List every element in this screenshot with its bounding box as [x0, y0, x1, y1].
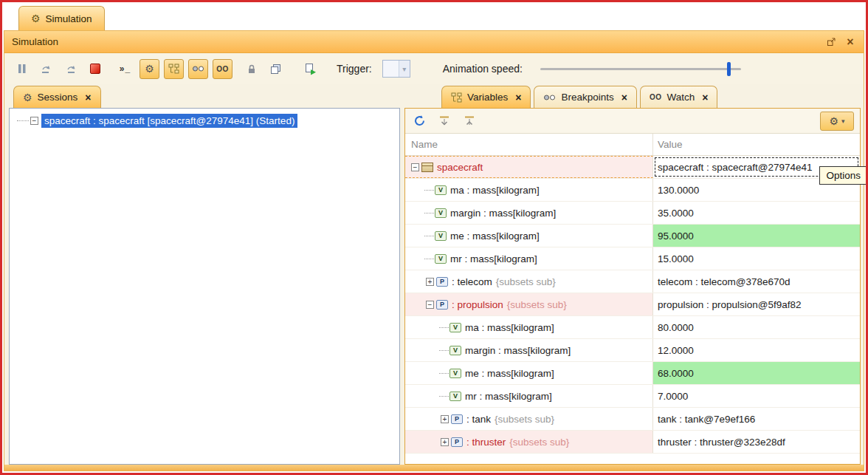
row-name: spacecraft [437, 162, 483, 173]
row-value-cell[interactable]: 95.0000 [653, 225, 860, 247]
row-name-cell[interactable]: V mr : mass[kilogram] [405, 247, 653, 270]
export-run-button[interactable] [300, 59, 320, 79]
row-suffix: {subsets sub} [496, 276, 556, 287]
column-header-value[interactable]: Value [653, 134, 860, 155]
close-tab-icon[interactable]: × [621, 92, 627, 103]
stop-button[interactable] [85, 59, 105, 79]
tree-expander[interactable]: + [441, 438, 449, 446]
stop-icon [90, 64, 100, 74]
row-name-cell[interactable]: V ma : mass[kilogram] [405, 179, 653, 201]
tree-expander[interactable]: − [30, 117, 38, 125]
row-name-cell[interactable]: V mr : mass[kilogram] [405, 385, 653, 407]
tab-label: Variables [467, 92, 508, 103]
value-property-icon: V [435, 231, 447, 241]
toggle-watch-button[interactable]: OO [213, 59, 232, 79]
tree-leader [424, 236, 434, 236]
row-name: mr : mass[kilogram] [465, 391, 552, 402]
tab-sessions[interactable]: ⚙ Sessions × [13, 86, 101, 108]
export-run-icon [304, 63, 317, 75]
row-name-cell[interactable]: + P : tank {subsets sub} [405, 408, 653, 430]
close-tab-icon[interactable]: × [515, 92, 521, 103]
row-name: : propulsion [452, 299, 503, 310]
animation-speed-slider[interactable] [540, 68, 741, 70]
row-value-cell[interactable]: thruster : thruster@323e28df [653, 431, 860, 453]
close-tab-icon[interactable]: × [702, 92, 708, 103]
hierarchy-icon [451, 92, 462, 103]
toggle-options-button[interactable]: ⚙ [140, 59, 159, 79]
row-name: me : mass[kilogram] [450, 230, 540, 242]
session-tree-item[interactable]: − spacecraft : spacecraft [spacecraft@27… [10, 109, 399, 128]
tree-expander[interactable]: − [426, 301, 434, 309]
row-name: : tank [466, 414, 491, 425]
variables-toolbar: ⚙ ▾ [405, 109, 860, 134]
gear-icon: ⚙ [31, 13, 41, 24]
step-over-button[interactable] [61, 59, 80, 79]
row-name: margin : mass[kilogram] [465, 345, 571, 356]
float-window-button[interactable] [825, 36, 837, 48]
value-property-icon: V [435, 208, 447, 218]
row-value-cell[interactable]: telecom : telecom@378e670d [653, 270, 860, 293]
row-value-cell[interactable]: 7.0000 [653, 385, 860, 407]
table-row: V margin : mass[kilogram] 12.0000 [405, 339, 860, 362]
close-panel-button[interactable]: × [844, 36, 856, 48]
refresh-button[interactable] [411, 113, 427, 129]
step-into-button[interactable] [36, 59, 56, 79]
pause-button[interactable] [12, 59, 32, 79]
expand-nodes-button[interactable] [436, 113, 452, 129]
tree-leader [439, 350, 449, 351]
row-name-cell[interactable]: + P : telecom {subsets sub} [405, 270, 653, 293]
table-row: V me : mass[kilogram] 68.0000 [405, 362, 860, 385]
breakpoints-icon [192, 65, 204, 72]
close-tab-icon[interactable]: × [85, 92, 91, 103]
lock-button[interactable] [241, 59, 261, 79]
toggle-breakpoints-button[interactable] [188, 59, 208, 79]
tab-variables[interactable]: Variables × [441, 86, 531, 108]
gear-icon: ⚙ [145, 64, 154, 74]
row-value-cell[interactable]: 35.0000 [653, 202, 860, 224]
slider-handle[interactable] [727, 62, 731, 76]
options-button[interactable]: ⚙ ▾ [820, 112, 854, 131]
tree-expander[interactable]: + [426, 278, 434, 286]
tree-expander[interactable]: − [411, 163, 419, 171]
document-tab-label: Simulation [46, 13, 92, 24]
row-name-cell[interactable]: V me : mass[kilogram] [405, 225, 653, 247]
row-value-cell[interactable]: 80.0000 [653, 316, 860, 338]
table-row: V mr : mass[kilogram] 7.0000 [405, 385, 860, 408]
table-row: − spacecraft spacecraft : spacecraft@279… [405, 156, 860, 179]
value-property-icon: V [450, 323, 461, 332]
row-value-cell[interactable]: 68.0000 [653, 362, 860, 384]
row-name-cell[interactable]: V margin : mass[kilogram] [405, 339, 653, 361]
value-property-icon: V [435, 254, 447, 264]
console-button[interactable]: »_ [115, 59, 135, 79]
tab-breakpoints[interactable]: Breakpoints × [534, 86, 636, 108]
row-name-cell[interactable]: V me : mass[kilogram] [405, 362, 653, 384]
table-row: + P : telecom {subsets sub} telecom : te… [405, 270, 860, 293]
toggle-variables-button[interactable] [164, 59, 184, 79]
simulation-panel: Simulation × »_ [4, 30, 864, 471]
row-value-cell[interactable]: 15.0000 [653, 247, 860, 270]
tree-expander[interactable]: + [441, 415, 449, 423]
row-value-cell[interactable]: tank : tank@7e9ef166 [653, 408, 860, 430]
save-image-button[interactable] [266, 59, 286, 79]
tree-leader [439, 373, 449, 374]
gear-icon: ⚙ [829, 116, 838, 126]
column-header-name[interactable]: Name [405, 134, 653, 155]
table-row: V ma : mass[kilogram] 130.0000 [405, 179, 860, 202]
row-value-cell[interactable]: 12.0000 [653, 339, 860, 361]
tab-watch[interactable]: OO Watch × [640, 86, 718, 108]
row-name-cell[interactable]: V ma : mass[kilogram] [405, 316, 653, 338]
row-name-cell[interactable]: + P : thruster {subsets sub} [405, 431, 653, 453]
row-name-cell[interactable]: V margin : mass[kilogram] [405, 202, 653, 224]
part-property-icon: P [436, 300, 448, 310]
tab-simulation-document[interactable]: ⚙ Simulation [18, 6, 105, 30]
trigger-label: Trigger: [337, 63, 372, 75]
refresh-icon [413, 115, 426, 127]
trigger-dropdown[interactable]: ▾ [382, 60, 410, 78]
step-over-icon [65, 64, 77, 74]
chevron-down-icon: ▾ [841, 117, 845, 125]
row-name-cell[interactable]: − spacecraft [405, 156, 653, 178]
panel-bottom-edge [4, 465, 864, 471]
collapse-nodes-button[interactable] [461, 113, 478, 129]
row-name-cell[interactable]: − P : propulsion {subsets sub} [405, 293, 653, 315]
row-value-cell[interactable]: propulsion : propulsion@5f9af82 [653, 293, 860, 315]
